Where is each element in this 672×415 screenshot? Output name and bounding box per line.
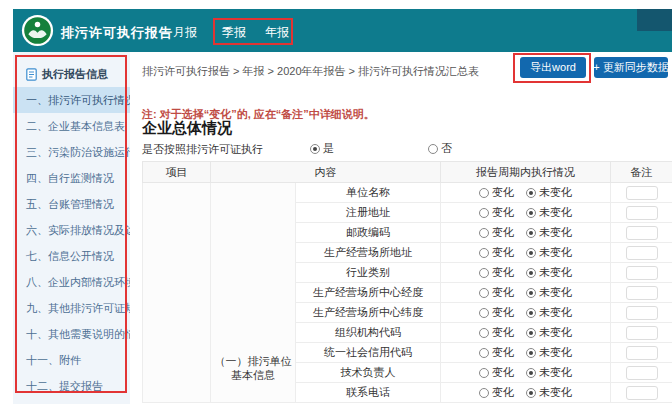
unchanged-option[interactable]: 未变化 (526, 365, 572, 380)
sidebar-item-other-permit[interactable]: 九、其他排污许可证规. (13, 295, 130, 321)
radio-unchanged[interactable] (526, 248, 536, 258)
remark-input[interactable] (626, 226, 658, 240)
radio-changed[interactable] (479, 308, 489, 318)
changed-option[interactable]: 变化 (479, 285, 514, 300)
radio-changed[interactable] (479, 328, 489, 338)
unchanged-label: 未变化 (539, 245, 572, 260)
table-row: （一）排污单位 基本信息 单位名称 变化 未变化 (143, 183, 672, 203)
radio-unchanged[interactable] (526, 268, 536, 278)
unchanged-option[interactable]: 未变化 (526, 205, 572, 220)
remark-input[interactable] (626, 286, 658, 300)
sidebar-item-other-notes[interactable]: 十、其他需要说明的情. (13, 321, 130, 347)
radio-no-label: 否 (441, 141, 452, 156)
unchanged-label: 未变化 (539, 385, 572, 400)
radio-changed[interactable] (479, 368, 489, 378)
section-title: 企业总体情况 (142, 119, 232, 138)
sidebar-item-ledger-management[interactable]: 五、台账管理情况 (13, 191, 130, 217)
col-header-execution: 报告周期内执行情况 (441, 162, 611, 183)
row-label: 单位名称 (296, 183, 441, 203)
radio-changed[interactable] (479, 228, 489, 238)
remark-input[interactable] (626, 326, 658, 340)
sidebar-item-pollution-control[interactable]: 三、污染防治设施运行. (13, 139, 130, 165)
changed-label: 变化 (492, 245, 514, 260)
group-label-line2: 基本信息 (211, 368, 295, 382)
screenshot-page: 排污许可执行报告 月报 季报 年报 执行报告信息 一、排污许可执行情况 (0, 0, 672, 415)
sidebar-item-internal-env[interactable]: 八、企业内部情况环境. (13, 269, 130, 295)
remark-input[interactable] (626, 306, 658, 320)
sidebar-item-basic-info[interactable]: 二、企业基本信息表 (13, 113, 130, 139)
changed-option[interactable]: 变化 (479, 385, 514, 400)
unchanged-option[interactable]: 未变化 (526, 185, 572, 200)
unchanged-option[interactable]: 未变化 (526, 285, 572, 300)
unchanged-option[interactable]: 未变化 (526, 305, 572, 320)
radio-unchanged[interactable] (526, 388, 536, 398)
radio-changed[interactable] (479, 208, 489, 218)
changed-option[interactable]: 变化 (479, 185, 514, 200)
radio-unchanged[interactable] (526, 308, 536, 318)
nav-quarterly-report[interactable]: 季报 (222, 24, 246, 41)
sidebar-item-actual-emission[interactable]: 六、实际排放情况及达. (13, 217, 130, 243)
radio-unchanged[interactable] (526, 208, 536, 218)
changed-option[interactable]: 变化 (479, 205, 514, 220)
remark-input[interactable] (626, 186, 658, 200)
export-word-button[interactable]: 导出word (520, 57, 586, 78)
changed-option[interactable]: 变化 (479, 365, 514, 380)
compliance-yes-option[interactable]: 是 (310, 141, 334, 156)
remark-input[interactable] (626, 246, 658, 260)
changed-option[interactable]: 变化 (479, 265, 514, 280)
unchanged-option[interactable]: 未变化 (526, 385, 572, 400)
changed-label: 变化 (492, 205, 514, 220)
unchanged-label: 未变化 (539, 285, 572, 300)
remark-input[interactable] (626, 366, 658, 380)
changed-label: 变化 (492, 325, 514, 340)
nav-annual-report[interactable]: 年报 (265, 24, 289, 41)
unchanged-option[interactable]: 未变化 (526, 245, 572, 260)
radio-changed[interactable] (479, 188, 489, 198)
sidebar-item-report-info[interactable]: 执行报告信息 (13, 61, 130, 87)
unchanged-label: 未变化 (539, 205, 572, 220)
user-menu-fragment[interactable] (637, 9, 672, 31)
remark-input[interactable] (626, 386, 658, 400)
changed-label: 变化 (492, 365, 514, 380)
radio-yes[interactable] (310, 144, 320, 154)
changed-option[interactable]: 变化 (479, 345, 514, 360)
sidebar-item-info-disclosure[interactable]: 七、信息公开情况 (13, 243, 130, 269)
nav-monthly-report[interactable]: 月报 (173, 24, 197, 41)
radio-unchanged[interactable] (526, 288, 536, 298)
report-doc-icon (26, 68, 37, 81)
radio-no[interactable] (428, 144, 438, 154)
radio-unchanged[interactable] (526, 228, 536, 238)
changed-option[interactable]: 变化 (479, 225, 514, 240)
sidebar-item-permit-execution[interactable]: 一、排污许可执行情况 (13, 87, 130, 113)
changed-option[interactable]: 变化 (479, 305, 514, 320)
radio-changed[interactable] (479, 248, 489, 258)
row-label: 统一社会信用代码 (296, 343, 441, 363)
unchanged-option[interactable]: 未变化 (526, 325, 572, 340)
sidebar-item-attachments[interactable]: 十一、附件 (13, 347, 130, 373)
unchanged-label: 未变化 (539, 325, 572, 340)
changed-option[interactable]: 变化 (479, 325, 514, 340)
changed-option[interactable]: 变化 (479, 245, 514, 260)
radio-changed[interactable] (479, 268, 489, 278)
radio-changed[interactable] (479, 348, 489, 358)
unchanged-label: 未变化 (539, 305, 572, 320)
sidebar-item-self-monitoring[interactable]: 四、自行监测情况 (13, 165, 130, 191)
sync-data-button[interactable]: + 更新同步数据 (594, 57, 668, 78)
radio-unchanged[interactable] (526, 348, 536, 358)
remark-input[interactable] (626, 206, 658, 220)
remark-input[interactable] (626, 266, 658, 280)
compliance-no-option[interactable]: 否 (428, 141, 452, 156)
app-window: 排污许可执行报告 月报 季报 年报 执行报告信息 一、排污许可执行情况 (13, 9, 672, 404)
radio-changed[interactable] (479, 388, 489, 398)
unchanged-option[interactable]: 未变化 (526, 225, 572, 240)
row-label: 注册地址 (296, 203, 441, 223)
sidebar-item-submit-report[interactable]: 十二、提交报告 (13, 373, 130, 399)
radio-unchanged[interactable] (526, 328, 536, 338)
remark-input[interactable] (626, 346, 658, 360)
unchanged-label: 未变化 (539, 345, 572, 360)
radio-changed[interactable] (479, 288, 489, 298)
radio-unchanged[interactable] (526, 368, 536, 378)
unchanged-option[interactable]: 未变化 (526, 345, 572, 360)
radio-unchanged[interactable] (526, 188, 536, 198)
unchanged-option[interactable]: 未变化 (526, 265, 572, 280)
